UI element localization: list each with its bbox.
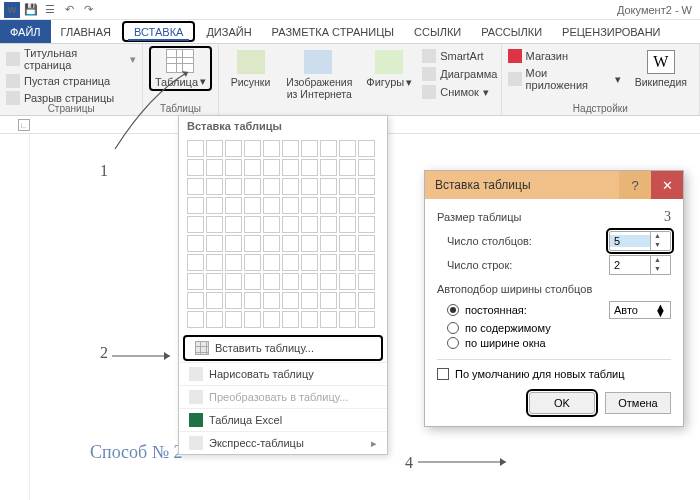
table-grid-picker[interactable] [179, 136, 387, 334]
grid-cell[interactable] [358, 235, 375, 252]
grid-cell[interactable] [320, 235, 337, 252]
ruler-tab-icon[interactable]: ∟ [18, 119, 30, 131]
columns-spinner[interactable]: ▲▼ [609, 231, 671, 251]
my-addins-button[interactable]: Мои приложения ▾ [508, 66, 621, 92]
grid-cell[interactable] [263, 235, 280, 252]
grid-cell[interactable] [358, 178, 375, 195]
grid-cell[interactable] [320, 197, 337, 214]
grid-cell[interactable] [244, 292, 261, 309]
grid-cell[interactable] [206, 254, 223, 271]
columns-input[interactable] [610, 235, 650, 247]
grid-cell[interactable] [263, 140, 280, 157]
tab-insert[interactable]: ВСТАВКА [122, 21, 195, 42]
grid-cell[interactable] [282, 292, 299, 309]
grid-cell[interactable] [244, 197, 261, 214]
grid-cell[interactable] [282, 159, 299, 176]
grid-cell[interactable] [263, 178, 280, 195]
cancel-button[interactable]: Отмена [605, 392, 671, 414]
grid-cell[interactable] [225, 159, 242, 176]
grid-cell[interactable] [320, 254, 337, 271]
spin-down-icon[interactable]: ▼ [651, 241, 664, 250]
grid-cell[interactable] [320, 140, 337, 157]
grid-cell[interactable] [358, 159, 375, 176]
tab-mailings[interactable]: РАССЫЛКИ [471, 20, 552, 43]
spin-up-icon[interactable]: ▲ [651, 256, 664, 265]
fixed-width-combo[interactable]: Авто▲▼ [609, 301, 671, 319]
grid-cell[interactable] [225, 216, 242, 233]
grid-cell[interactable] [206, 140, 223, 157]
autofit-window-radio[interactable] [447, 337, 459, 349]
grid-cell[interactable] [187, 311, 204, 328]
screenshot-button[interactable]: Снимок ▾ [422, 84, 497, 100]
grid-cell[interactable] [301, 273, 318, 290]
touch-icon[interactable]: ☰ [42, 2, 58, 18]
grid-cell[interactable] [187, 273, 204, 290]
grid-cell[interactable] [263, 159, 280, 176]
grid-cell[interactable] [358, 311, 375, 328]
tab-review[interactable]: РЕЦЕНЗИРОВАНИ [552, 20, 670, 43]
rows-spinner[interactable]: ▲▼ [609, 255, 671, 275]
grid-cell[interactable] [358, 216, 375, 233]
pictures-button[interactable]: Рисунки [225, 48, 277, 90]
grid-cell[interactable] [263, 311, 280, 328]
grid-cell[interactable] [187, 178, 204, 195]
online-pictures-button[interactable]: Изображения из Интернета [280, 48, 356, 102]
grid-cell[interactable] [282, 254, 299, 271]
grid-cell[interactable] [244, 273, 261, 290]
autofit-content-radio[interactable] [447, 322, 459, 334]
grid-cell[interactable] [282, 311, 299, 328]
grid-cell[interactable] [301, 235, 318, 252]
redo-icon[interactable]: ↷ [80, 2, 96, 18]
grid-cell[interactable] [206, 197, 223, 214]
grid-cell[interactable] [282, 273, 299, 290]
grid-cell[interactable] [225, 273, 242, 290]
grid-cell[interactable] [301, 197, 318, 214]
grid-cell[interactable] [244, 178, 261, 195]
grid-cell[interactable] [301, 140, 318, 157]
grid-cell[interactable] [244, 159, 261, 176]
store-button[interactable]: Магазин [508, 48, 621, 64]
grid-cell[interactable] [320, 273, 337, 290]
grid-cell[interactable] [320, 178, 337, 195]
grid-cell[interactable] [282, 140, 299, 157]
wikipedia-button[interactable]: WВикипедия [629, 48, 693, 90]
save-icon[interactable]: 💾 [23, 2, 39, 18]
undo-icon[interactable]: ↶ [61, 2, 77, 18]
quick-tables-menuitem[interactable]: Экспресс-таблицы▸ [179, 431, 387, 454]
grid-cell[interactable] [206, 273, 223, 290]
grid-cell[interactable] [225, 292, 242, 309]
chart-button[interactable]: Диаграмма [422, 66, 497, 82]
grid-cell[interactable] [339, 273, 356, 290]
grid-cell[interactable] [187, 197, 204, 214]
grid-cell[interactable] [358, 273, 375, 290]
blank-page-button[interactable]: Пустая страница [6, 73, 136, 89]
grid-cell[interactable] [225, 178, 242, 195]
ok-button[interactable]: OK [529, 392, 595, 414]
rows-input[interactable] [610, 259, 650, 271]
tab-design[interactable]: ДИЗАЙН [196, 20, 261, 43]
grid-cell[interactable] [358, 254, 375, 271]
grid-cell[interactable] [263, 216, 280, 233]
grid-cell[interactable] [320, 311, 337, 328]
grid-cell[interactable] [282, 216, 299, 233]
grid-cell[interactable] [301, 254, 318, 271]
grid-cell[interactable] [301, 178, 318, 195]
grid-cell[interactable] [301, 311, 318, 328]
grid-cell[interactable] [244, 254, 261, 271]
spin-down-icon[interactable]: ▼ [651, 265, 664, 274]
grid-cell[interactable] [263, 273, 280, 290]
grid-cell[interactable] [206, 178, 223, 195]
grid-cell[interactable] [358, 292, 375, 309]
grid-cell[interactable] [339, 178, 356, 195]
grid-cell[interactable] [320, 292, 337, 309]
grid-cell[interactable] [206, 292, 223, 309]
tab-home[interactable]: ГЛАВНАЯ [51, 20, 121, 43]
grid-cell[interactable] [225, 235, 242, 252]
grid-cell[interactable] [225, 140, 242, 157]
grid-cell[interactable] [225, 197, 242, 214]
grid-cell[interactable] [301, 159, 318, 176]
spin-up-icon[interactable]: ▲ [651, 232, 664, 241]
grid-cell[interactable] [339, 254, 356, 271]
grid-cell[interactable] [301, 216, 318, 233]
grid-cell[interactable] [263, 292, 280, 309]
